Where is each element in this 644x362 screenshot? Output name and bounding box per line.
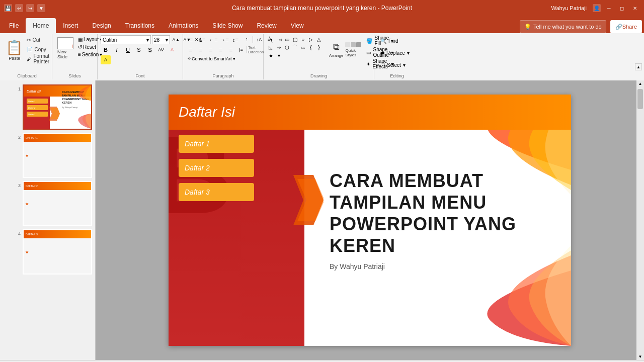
triangle-tool[interactable]: △ <box>315 35 323 43</box>
tab-transitions[interactable]: Transitions <box>118 18 162 33</box>
layout-icon: ▦ <box>78 37 83 42</box>
decrease-indent-button[interactable]: ←≡ <box>208 35 218 44</box>
collapse-ribbon-button[interactable]: ▲ <box>635 63 642 70</box>
justify-low-button[interactable]: ≡ <box>226 45 235 54</box>
minimize-button[interactable]: ─ <box>604 3 614 13</box>
username: Wahyu Patriaji <box>551 5 587 11</box>
slide-thumb-3[interactable]: DAFTAR 2 ★ <box>23 181 92 226</box>
italic-button[interactable]: I <box>112 45 122 54</box>
bold-button[interactable]: B <box>101 45 111 54</box>
slide-num-3: 3 <box>13 183 21 188</box>
slides-controls: New Slide ▦ Layout ▾ ↺ Reset ≡ Section ▾ <box>55 35 94 78</box>
share-button[interactable]: 🔗 Share <box>610 20 642 33</box>
tab-view[interactable]: View <box>284 18 311 33</box>
search-bar[interactable]: 💡 Tell me what you want to do <box>520 20 606 33</box>
thumb4-header: DAFTAR 3 <box>24 230 91 238</box>
thumb4-star: ★ <box>25 250 29 254</box>
drawing-group: ╲ → ▭ ▢ ○ ▷ △ ◺ ⇒ ⬡ ⌒ ⌓ { } ★ ▾ <box>264 34 374 79</box>
connector2[interactable]: ⌓ <box>299 43 307 51</box>
restore-button[interactable]: ◻ <box>617 3 627 13</box>
justify-button[interactable]: ≡ <box>216 45 225 54</box>
strikethrough-button[interactable]: S <box>134 45 144 54</box>
outline-icon: ▭ <box>366 50 371 55</box>
rect-tool[interactable]: ▭ <box>283 35 291 43</box>
slide-num-4: 4 <box>13 231 21 236</box>
font-color-button[interactable]: A <box>167 45 177 54</box>
profile-icon[interactable]: 👤 <box>593 4 601 12</box>
increase-size-button[interactable]: A▲ <box>171 35 181 44</box>
scroll-down-button[interactable]: ▼ <box>637 353 643 360</box>
tab-design[interactable]: Design <box>85 18 118 33</box>
find-button[interactable]: 🔍 Find <box>377 35 401 46</box>
v-scrollbar[interactable]: ▲ ▼ <box>636 80 644 360</box>
tab-animations[interactable]: Animations <box>162 18 205 33</box>
font-size-arrow: ▾ <box>166 37 168 43</box>
quick-styles-button[interactable]: Quick Styles <box>345 35 361 64</box>
paragraph-controls: ≡ 1≡ ←≡ →≡ ↕≡ ⫶ ↕A ≡▾ ⟡ ≡ ≡ ≡ ≡ ≡ |≡ Tex… <box>186 35 260 78</box>
line-tool[interactable]: ╲ <box>267 35 275 43</box>
text-direction-button[interactable]: ↕A <box>254 35 264 44</box>
slide-thumb-1[interactable]: Daftar Isi Daftar 1 Daftar 2 Daftar 3 <box>23 84 92 130</box>
close-button[interactable]: ✕ <box>630 3 640 13</box>
star-tool[interactable]: ★ <box>267 51 275 59</box>
scroll-up-button[interactable]: ▲ <box>637 80 643 87</box>
tab-slideshow[interactable]: Slide Show <box>205 18 250 33</box>
left-red-panel: B <box>169 95 304 346</box>
add-column-button[interactable]: |≡ <box>236 45 246 54</box>
tab-review[interactable]: Review <box>250 18 283 33</box>
tab-insert[interactable]: Insert <box>56 18 85 33</box>
columns-button[interactable]: ⫶ <box>242 35 252 44</box>
rt-triangle-tool[interactable]: ◺ <box>267 43 275 51</box>
round-rect-tool[interactable]: ▢ <box>291 35 299 43</box>
char-spacing-button[interactable]: AV <box>156 45 166 54</box>
new-slide-button[interactable]: New Slide <box>55 35 75 64</box>
arrow-tool[interactable]: → <box>275 35 283 43</box>
tab-file[interactable]: File <box>2 18 26 33</box>
bracket2[interactable]: } <box>315 43 323 51</box>
replace-button[interactable]: ⇄ Replace ▾ <box>377 47 413 58</box>
select-button[interactable]: ⬚ Select ▾ <box>377 59 409 70</box>
customize-button[interactable]: ▼ <box>37 4 45 12</box>
highlight-color-button[interactable]: A <box>101 55 111 64</box>
bullets-button[interactable]: ≡ <box>186 35 196 44</box>
undo-button[interactable]: ↩ <box>15 4 23 12</box>
shapes-more[interactable]: ▾ <box>275 51 283 59</box>
thumb3-header: DAFTAR 2 <box>24 182 91 190</box>
oval-tool[interactable]: ○ <box>299 35 307 43</box>
arrow2-tool[interactable]: ⇒ <box>275 43 283 51</box>
thumb1-item2: Daftar 2 <box>27 105 48 110</box>
convert-smartart-full[interactable]: ⟡ Convert to SmartArt ▾ <box>186 55 237 62</box>
shadow-button[interactable]: S <box>145 45 155 54</box>
line-spacing-button[interactable]: ↕≡ <box>230 35 240 44</box>
thumb1-arrow <box>49 107 60 123</box>
increase-indent-button[interactable]: →≡ <box>219 35 229 44</box>
underline-button[interactable]: U <box>123 45 133 54</box>
thumb1-items: Daftar 1 Daftar 2 Daftar 3 <box>27 99 48 117</box>
slide-thumb-2[interactable]: DAFTAR 1 ★ <box>23 133 92 178</box>
slide-num-2: 2 <box>13 135 21 140</box>
arrange-icon: ⧉ <box>333 42 340 52</box>
save-button[interactable]: 💾 <box>4 4 12 12</box>
redo-button[interactable]: ↪ <box>26 4 34 12</box>
align-center-button[interactable]: ≡ <box>196 45 205 54</box>
clipboard-group: 📋 Paste ✂ Cut 📄 Copy 🖌 Format Painter <box>2 34 52 79</box>
numbering-button[interactable]: 1≡ <box>197 35 207 44</box>
paste-button[interactable]: 📋 Paste <box>5 35 24 64</box>
tab-home[interactable]: Home <box>26 18 56 33</box>
arrange-button[interactable]: ⧉ Arrange <box>329 35 343 64</box>
arrow3-tool[interactable]: ⬡ <box>283 43 291 51</box>
align-left-button[interactable]: ≡ <box>186 45 195 54</box>
scroll-thumb[interactable] <box>637 89 643 109</box>
thumb1-subtitle: By Wahyu Patriaji <box>62 106 90 109</box>
shape6[interactable]: ▷ <box>307 35 315 43</box>
align-right-button[interactable]: ≡ <box>206 45 215 54</box>
slide-canvas[interactable]: B Daftar Isi Daftar 1 Daftar 2 Daftar 3 <box>169 95 571 346</box>
title-bar: 💾 ↩ ↪ ▼ Cara membuat tampilan menu power… <box>0 0 644 16</box>
font-name-selector[interactable]: Calibri ▾ <box>101 35 151 44</box>
quick-access-toolbar: 💾 ↩ ↪ ▼ <box>4 4 45 12</box>
connector1[interactable]: ⌒ <box>291 43 299 51</box>
bracket1[interactable]: { <box>307 43 315 51</box>
font-size-selector[interactable]: 28 ▾ <box>152 35 170 44</box>
slide-thumb-4[interactable]: DAFTAR 3 ★ <box>23 229 92 275</box>
toc-header-text: Daftar Isi <box>179 104 235 120</box>
